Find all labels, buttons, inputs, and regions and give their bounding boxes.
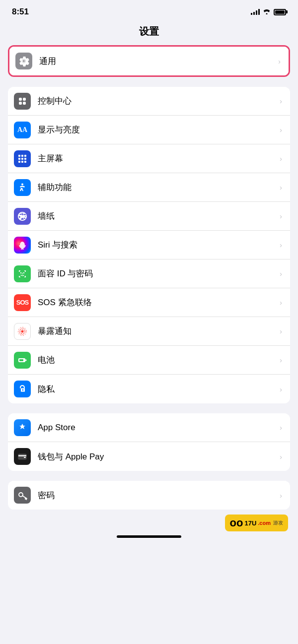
- row-home-screen-label: 主屏幕: [38, 153, 278, 164]
- gear-icon: [15, 53, 32, 69]
- key-icon: [14, 487, 31, 504]
- row-privacy-label: 隐私: [38, 384, 278, 395]
- row-siri[interactable]: Siri 与搜索 ›: [8, 231, 290, 259]
- svg-rect-28: [18, 455, 26, 456]
- chevron-icon: ›: [280, 183, 282, 192]
- svg-rect-27: [18, 454, 26, 459]
- section-store: App Store › 钱包与 Apple Pay ›: [8, 413, 290, 471]
- chevron-icon: ›: [280, 423, 282, 432]
- row-passwords[interactable]: 密码 ›: [8, 481, 290, 510]
- status-bar: 8:51: [0, 0, 298, 21]
- svg-rect-25: [25, 359, 27, 361]
- row-wallpaper-label: 墙纸: [38, 210, 278, 222]
- row-accessibility[interactable]: 辅助功能 ›: [8, 173, 290, 202]
- exposure-icon: [14, 323, 31, 340]
- row-exposure[interactable]: 暴露通知 ›: [8, 317, 290, 346]
- chevron-icon: ›: [278, 57, 281, 65]
- svg-rect-7: [18, 158, 20, 160]
- signal-icon: [251, 9, 260, 15]
- battery-status-icon: [274, 9, 286, 15]
- row-accessibility-label: 辅助功能: [38, 182, 278, 193]
- row-sos[interactable]: SOS SOS 紧急联络 ›: [8, 288, 290, 317]
- home-indicator: [0, 531, 298, 543]
- watermark-eyes: oo: [230, 516, 243, 529]
- svg-point-17: [20, 272, 21, 273]
- chevron-icon: ›: [280, 126, 282, 134]
- siri-icon: [14, 237, 31, 254]
- watermark-suffix: .com: [258, 520, 271, 526]
- row-control-center-label: 控制中心: [38, 95, 278, 107]
- control-center-icon: [14, 93, 31, 110]
- svg-rect-8: [21, 158, 23, 160]
- row-face-id[interactable]: 面容 ID 与密码 ›: [8, 259, 290, 288]
- row-general-label: 通用: [39, 56, 276, 67]
- face-id-icon: [14, 265, 31, 282]
- row-display[interactable]: AA 显示与亮度 ›: [8, 116, 290, 144]
- chevron-icon: ›: [280, 97, 282, 105]
- section-general: 通用 ›: [8, 45, 290, 77]
- row-face-id-label: 面容 ID 与密码: [38, 268, 278, 279]
- chevron-icon: ›: [280, 327, 282, 335]
- chevron-icon: ›: [280, 269, 282, 278]
- svg-rect-9: [24, 158, 26, 160]
- app-store-icon: [14, 419, 31, 436]
- row-wallet[interactable]: 钱包与 Apple Pay ›: [8, 442, 290, 471]
- section-display-group: 控制中心 › AA 显示与亮度 › 主屏幕 ›: [8, 87, 290, 403]
- svg-rect-29: [24, 457, 26, 458]
- svg-rect-6: [24, 155, 26, 157]
- row-sos-label: SOS 紧急联络: [38, 297, 278, 308]
- chevron-icon: ›: [280, 212, 282, 220]
- svg-rect-26: [19, 359, 23, 361]
- status-icons: [251, 8, 286, 16]
- display-icon: AA: [14, 122, 31, 138]
- watermark-badge: oo 17U .com 游攻: [225, 515, 288, 531]
- row-battery-label: 电池: [38, 354, 278, 366]
- svg-rect-1: [23, 98, 26, 101]
- chevron-icon: ›: [280, 154, 282, 163]
- row-passwords-label: 密码: [38, 490, 278, 501]
- row-app-store[interactable]: App Store ›: [8, 413, 290, 442]
- svg-point-20: [21, 330, 24, 332]
- watermark-game: 游攻: [273, 519, 283, 526]
- row-battery[interactable]: 电池 ›: [8, 346, 290, 375]
- chevron-icon: ›: [280, 452, 282, 461]
- wallpaper-icon: [14, 208, 31, 225]
- row-app-store-label: App Store: [38, 423, 278, 433]
- row-privacy[interactable]: 隐私 ›: [8, 375, 290, 403]
- svg-rect-11: [21, 161, 23, 163]
- wifi-icon: [263, 8, 271, 16]
- svg-rect-12: [24, 161, 26, 163]
- svg-rect-0: [19, 98, 22, 101]
- svg-rect-3: [23, 102, 26, 105]
- home-bar: [117, 535, 181, 538]
- chevron-icon: ›: [280, 241, 282, 249]
- svg-rect-5: [21, 155, 23, 157]
- watermark-area: oo 17U .com 游攻: [0, 510, 298, 531]
- home-screen-icon: [14, 150, 31, 167]
- row-exposure-label: 暴露通知: [38, 325, 278, 337]
- svg-point-13: [21, 183, 23, 185]
- row-home-screen[interactable]: 主屏幕 ›: [8, 144, 290, 173]
- battery-icon: [14, 352, 31, 369]
- accessibility-icon: [14, 179, 31, 196]
- chevron-icon: ›: [280, 385, 282, 393]
- row-display-label: 显示与亮度: [38, 124, 278, 135]
- svg-rect-4: [18, 155, 20, 157]
- row-siri-label: Siri 与搜索: [38, 239, 278, 251]
- svg-rect-10: [18, 161, 20, 163]
- status-time: 8:51: [12, 7, 29, 17]
- chevron-icon: ›: [280, 298, 282, 307]
- section-password: 密码 ›: [8, 481, 290, 510]
- watermark-text: 17U: [244, 519, 256, 527]
- page-title: 设置: [0, 21, 298, 45]
- row-control-center[interactable]: 控制中心 ›: [8, 87, 290, 116]
- wallet-icon: [14, 448, 31, 465]
- sos-icon: SOS: [14, 294, 31, 311]
- svg-point-18: [23, 272, 24, 273]
- svg-rect-2: [19, 102, 22, 105]
- row-wallpaper[interactable]: 墙纸 ›: [8, 202, 290, 231]
- chevron-icon: ›: [280, 356, 282, 364]
- privacy-icon: [14, 381, 31, 397]
- row-general[interactable]: 通用 ›: [9, 47, 289, 75]
- chevron-icon: ›: [280, 491, 282, 500]
